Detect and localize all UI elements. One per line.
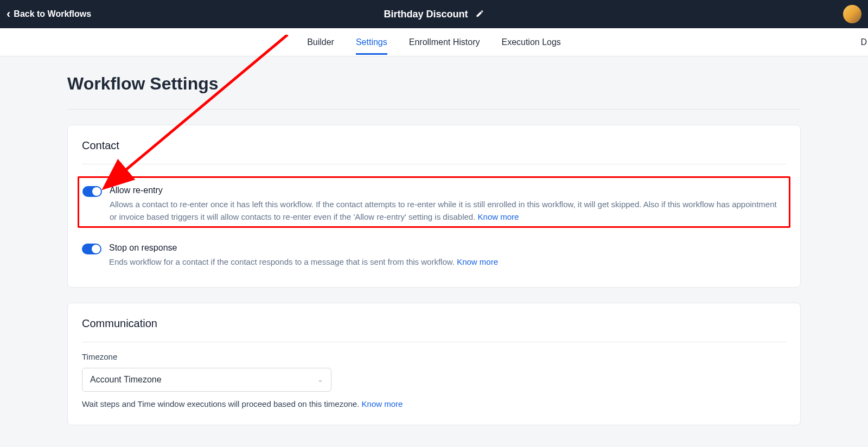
stop-on-response-body: Stop on response Ends workflow for a con…: [109, 243, 786, 269]
timezone-select[interactable]: Account Timezone ⌄: [82, 368, 331, 392]
stop-on-response-know-more[interactable]: Know more: [457, 257, 498, 266]
tab-builder[interactable]: Builder: [307, 30, 334, 55]
stop-on-response-row: Stop on response Ends workflow for a con…: [82, 241, 786, 271]
content: Workflow Settings Contact Allow re-entry…: [0, 56, 868, 425]
stop-on-response-toggle[interactable]: [82, 244, 101, 254]
stop-on-response-desc: Ends workflow for a contact if the conta…: [109, 256, 786, 269]
edit-icon[interactable]: [476, 9, 484, 20]
contact-card: Contact Allow re-entry Allows a contact …: [67, 125, 801, 288]
timezone-label: Timezone: [82, 352, 786, 361]
contact-heading: Contact: [82, 139, 786, 164]
timezone-know-more[interactable]: Know more: [362, 399, 403, 408]
timezone-help: Wait steps and Time window executions wi…: [82, 399, 786, 408]
allow-reentry-label: Allow re-entry: [110, 186, 786, 195]
allow-reentry-know-more[interactable]: Know more: [478, 212, 519, 221]
allow-reentry-desc: Allows a contact to re-enter once it has…: [110, 199, 786, 223]
back-label: Back to Workflows: [14, 9, 91, 19]
tabs-bar: Builder Settings Enrollment History Exec…: [0, 28, 868, 56]
allow-reentry-body: Allow re-entry Allows a contact to re-en…: [110, 186, 786, 223]
stop-on-response-label: Stop on response: [109, 243, 786, 253]
tab-settings[interactable]: Settings: [356, 30, 387, 55]
workflow-title: Birthday Discount: [384, 9, 468, 20]
title-center: Birthday Discount: [384, 9, 484, 20]
tab-execution-logs[interactable]: Execution Logs: [501, 30, 560, 55]
allow-reentry-toggle[interactable]: [82, 186, 102, 197]
chevron-down-icon: ⌄: [317, 375, 323, 384]
page-title: Workflow Settings: [67, 74, 801, 110]
communication-card: Communication Timezone Account Timezone …: [67, 303, 801, 425]
allow-reentry-row: Allow re-entry Allows a contact to re-en…: [78, 176, 790, 228]
communication-heading: Communication: [82, 317, 786, 342]
avatar[interactable]: [843, 5, 861, 23]
top-bar: ‹ Back to Workflows Birthday Discount: [0, 0, 868, 28]
truncated-right-text: D: [860, 37, 868, 47]
timezone-value: Account Timezone: [90, 375, 162, 385]
back-to-workflows-link[interactable]: ‹ Back to Workflows: [7, 8, 91, 20]
chevron-left-icon: ‹: [7, 8, 10, 20]
tab-enrollment-history[interactable]: Enrollment History: [409, 30, 480, 55]
